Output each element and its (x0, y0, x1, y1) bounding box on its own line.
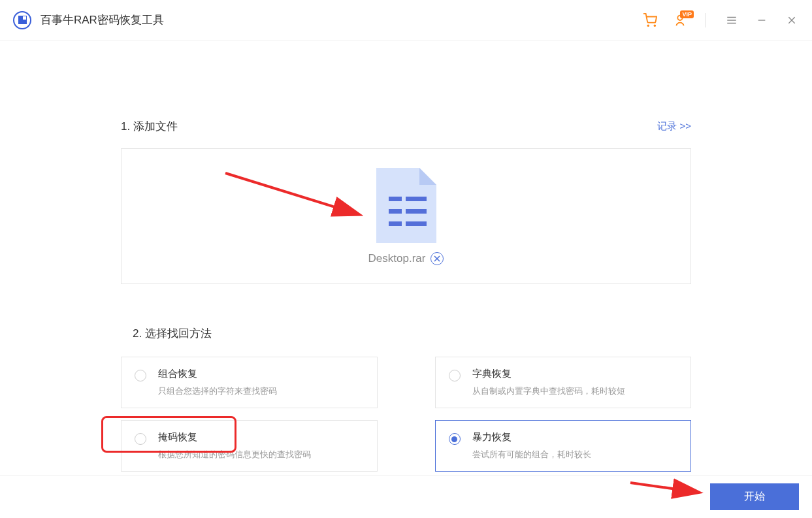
remove-file-icon[interactable] (430, 252, 444, 265)
option-title: 掩码恢复 (158, 431, 311, 444)
history-link[interactable]: 记录 >> (657, 120, 691, 133)
recovery-options: 组合恢复 只组合您选择的字符来查找密码 字典恢复 从自制或内置字典中查找密码，耗… (121, 357, 691, 472)
titlebar-separator (706, 13, 706, 27)
start-button[interactable]: 开始 (710, 483, 799, 510)
option-desc: 尝试所有可能的组合，耗时较长 (472, 449, 591, 461)
svg-point-1 (654, 25, 655, 26)
vip-badge: VIP (680, 10, 694, 18)
menu-icon[interactable] (724, 13, 739, 27)
footer: 开始 (0, 475, 812, 518)
svg-point-0 (647, 25, 649, 26)
close-icon[interactable] (785, 13, 799, 27)
file-name: Desktop.rar (368, 252, 426, 265)
option-combination[interactable]: 组合恢复 只组合您选择的字符来查找密码 (121, 357, 378, 408)
option-desc: 从自制或内置字典中查找密码，耗时较短 (472, 385, 625, 397)
option-mask[interactable]: 掩码恢复 根据您所知道的密码信息更快的查找密码 (121, 420, 378, 472)
option-bruteforce[interactable]: 暴力恢复 尝试所有可能的组合，耗时较长 (435, 420, 692, 472)
radio-icon (135, 433, 146, 445)
section2-title: 2. 选择找回方法 (121, 317, 235, 350)
file-dropzone[interactable]: Desktop.rar (121, 148, 691, 284)
user-icon[interactable]: VIP (673, 13, 687, 27)
option-title: 字典恢复 (472, 368, 625, 380)
titlebar: 百事牛RAR密码恢复工具 VIP (0, 0, 812, 40)
option-dictionary[interactable]: 字典恢复 从自制或内置字典中查找密码，耗时较短 (435, 357, 692, 408)
section1-title: 1. 添加文件 (121, 119, 178, 134)
minimize-icon[interactable] (755, 13, 769, 27)
radio-icon (449, 433, 461, 445)
option-title: 暴力恢复 (472, 431, 591, 444)
app-logo-icon (13, 11, 31, 29)
option-desc: 根据您所知道的密码信息更快的查找密码 (158, 449, 311, 461)
cart-icon[interactable] (643, 13, 657, 27)
app-title: 百事牛RAR密码恢复工具 (41, 12, 164, 27)
option-desc: 只组合您选择的字符来查找密码 (158, 385, 277, 397)
option-title: 组合恢复 (158, 368, 277, 380)
file-icon (376, 168, 436, 243)
radio-icon (449, 370, 461, 381)
radio-icon (135, 370, 146, 381)
